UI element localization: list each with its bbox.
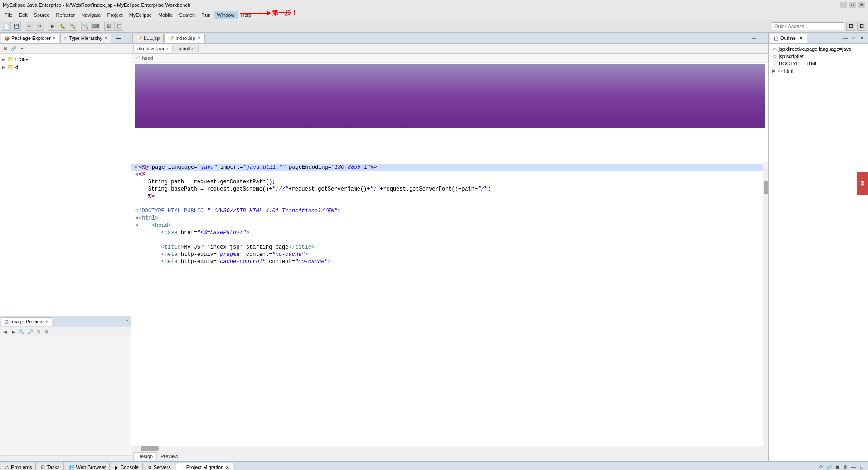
minimize-button[interactable]: — [840,2,847,8]
title-bar: MyEclipse Java Enterprise - kl/WebRoot/i… [0,0,868,10]
outline-max[interactable]: □ [850,34,857,42]
open-perspective-button[interactable]: ⊡ [846,22,855,31]
search-button[interactable]: 🔍 [81,22,90,31]
tab-type-hierarchy-close[interactable]: ✕ [104,36,108,40]
tab-package-explorer[interactable]: 📦 Package Explorer ✕ [1,34,59,43]
prev-image-button[interactable]: ◀ [2,328,9,336]
tab-console-label: Console [120,465,138,470]
quick-access-input[interactable] [772,22,844,30]
menu-file[interactable]: File [2,11,15,19]
html-expand[interactable]: ▶ [772,69,777,73]
tab-package-explorer-close[interactable]: ✕ [53,36,56,40]
design-tab[interactable]: Design [133,452,157,460]
zoom-reset-button[interactable]: ⊡ [34,328,42,336]
editor-vscroll[interactable] [763,162,768,446]
outline-item-doctype[interactable]: 📄 DOCTYPE:HTML [769,60,868,67]
fit-button[interactable]: ⊞ [43,328,50,336]
menu-run[interactable]: Run [199,11,213,19]
sub-tab-scrintlet[interactable]: scrintlet [174,45,199,52]
tab-migration-close[interactable]: ✕ [225,465,229,470]
tab-index-jsp[interactable]: 📝 index.jsp ✕ [164,34,204,43]
bt-min[interactable]: — [850,464,857,470]
outline-item-html[interactable]: ▶ <> html [769,67,868,74]
tab-project-migration[interactable]: → Project Migration ✕ [176,463,234,470]
zoom-in-button[interactable]: 🔍 [18,328,25,336]
next-image-button[interactable]: ▶ [10,328,17,336]
bt-max[interactable]: □ [858,464,865,470]
menu-edit[interactable]: Edit [16,11,30,19]
tab-image-preview[interactable]: 🖼 Image Preview ✕ [1,317,52,326]
maximize-button[interactable]: □ [849,2,856,8]
tab-type-hierarchy[interactable]: ⊃ Type Hierarchy ✕ [60,34,111,43]
menu-window[interactable]: Window [214,11,237,19]
outline-min[interactable]: — [842,34,849,42]
perspective-button[interactable]: ⊞ [104,22,113,31]
code-line-10: <base href="<%=basePath%>"> [131,230,763,237]
sub-tab-directive[interactable]: directive.page [133,45,173,52]
menu-search[interactable]: Search [176,11,198,19]
ed-maximize[interactable]: □ [758,34,766,42]
editor-vscroll-thumb[interactable] [764,181,768,194]
expand-kl[interactable]: ▶ [2,65,6,69]
new-button[interactable]: 📄 [2,22,11,31]
tab-web-browser[interactable]: 🌐 Web Browser [65,463,110,470]
zoom-out-button[interactable]: 🔎 [26,328,34,336]
tab-console[interactable]: ▶ Console [111,463,142,470]
redo-button[interactable]: ↪ [35,22,44,31]
max-img-preview[interactable]: □ [124,319,130,324]
tab-lll-jsp[interactable]: 📝 LLL.jsp [132,34,164,43]
tab-problems[interactable]: ⚠ Problems [1,463,36,470]
editor-hscroll[interactable] [131,446,768,451]
tab-tasks[interactable]: ☑ Tasks [37,463,63,470]
open-view-button[interactable]: ⊞ [857,22,866,31]
tab-index-jsp-close[interactable]: ✕ [197,36,201,40]
tab-servers[interactable]: ⚙ Servers [144,463,175,470]
hscroll-thumb[interactable] [141,446,159,451]
run-button[interactable]: ▶ [48,22,57,31]
code-line-7: <!DOCTYPE HTML PUBLIC "-//W3C//DTD HTML … [131,208,763,215]
preview-tab[interactable]: Preview [157,453,182,460]
build-button[interactable]: 🔨 [68,22,77,31]
menu-help[interactable]: Help [238,11,254,19]
minimize-left-panel[interactable]: — [115,35,123,40]
collapse-all-button[interactable]: ⊟ [2,45,9,52]
menu-refactor[interactable]: Refactor [53,11,78,19]
menu-myeclipse[interactable]: MyEclipse [126,11,155,19]
min-img-preview[interactable]: — [116,319,124,324]
img-prev-hscroll[interactable] [0,455,131,461]
console-button[interactable]: ⌨ [91,22,100,31]
bt-sync[interactable]: ⟳ [817,464,824,470]
bt-stop[interactable]: ⏹ [834,464,841,470]
save-button[interactable]: 💾 [12,22,21,31]
outline-close[interactable]: ✕ [800,36,803,40]
code-content[interactable]: ▶ <%@ page language="java" import="java.… [131,162,763,446]
menu-source[interactable]: Source [31,11,53,19]
tag-name: head [142,55,153,61]
tab-image-preview-close[interactable]: ✕ [45,319,49,324]
tree-item-123he[interactable]: ▶ 📁 123he [0,55,131,63]
code-line-4: String basePath = request.getScheme()+":… [131,186,763,193]
image-preview-toolbar: ◀ ▶ 🔍 🔎 ⊡ ⊞ [0,327,131,337]
outline-item-directive[interactable]: <> jsp:directive.page language=java [769,45,868,53]
bt-clear[interactable]: 🗑 [842,464,849,470]
notification-badge[interactable]: 98 [857,172,868,195]
bt-link[interactable]: 🔗 [825,464,833,470]
tree-item-kl[interactable]: ▶ 📁 kl [0,63,131,71]
undo-button[interactable]: ↩ [25,22,34,31]
view-menu-button[interactable]: ▾ [18,45,25,52]
tasks-icon: ☑ [41,465,45,470]
maximize-left-panel[interactable]: □ [124,35,130,40]
link-editor-button[interactable]: 🔗 [10,45,17,52]
menu-project[interactable]: Project [105,11,126,19]
sub-tab-scrintlet-label: scrintlet [178,46,195,51]
expand-123he[interactable]: ▶ [2,57,6,62]
menu-navigate[interactable]: Navigate [78,11,103,19]
view-button[interactable]: ◫ [114,22,123,31]
outline-view-menu[interactable]: ▾ [858,34,865,42]
tab-outline[interactable]: ◫ Outline ✕ [770,34,807,43]
outline-item-scriptlet[interactable]: <> jsp:scriptlet [769,53,868,60]
ed-minimize[interactable]: — [750,34,757,42]
close-button[interactable]: ✕ [858,2,865,8]
debug-button[interactable]: 🐛 [58,22,67,31]
menu-mobile[interactable]: Mobile [155,11,175,19]
